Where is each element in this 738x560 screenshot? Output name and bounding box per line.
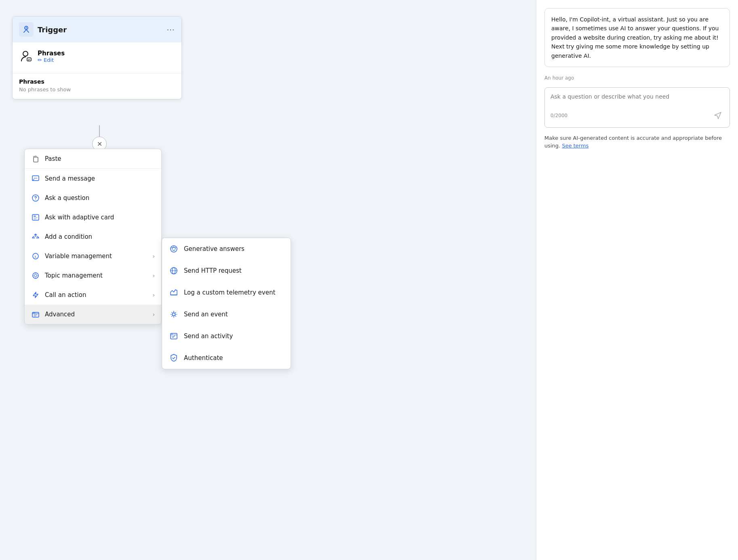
variable-management-label: Variable management	[45, 253, 112, 260]
edit-icon: ✏️	[38, 57, 42, 63]
char-count: 0/2000	[550, 113, 567, 118]
variable-icon: x	[31, 252, 40, 261]
advanced-label: Advanced	[45, 311, 75, 318]
submenu-item-telemetry[interactable]: Log a custom telemetry event	[162, 282, 291, 303]
connector: ✕	[92, 125, 107, 151]
submenu-item-send-event[interactable]: Send an event	[162, 303, 291, 325]
see-terms-link[interactable]: See terms	[562, 143, 588, 149]
svg-point-2	[23, 51, 28, 56]
svg-point-19	[34, 274, 37, 277]
message-icon	[31, 174, 40, 183]
send-activity-label: Send an activity	[184, 333, 233, 340]
log-telemetry-label: Log a custom telemetry event	[184, 289, 275, 296]
authenticate-label: Authenticate	[184, 354, 223, 362]
submenu-item-send-activity[interactable]: Send an activity	[162, 325, 291, 347]
svg-point-18	[33, 273, 38, 278]
svg-rect-14	[34, 217, 38, 218]
authenticate-icon	[169, 353, 179, 363]
menu-item-paste[interactable]: Paste	[25, 149, 161, 168]
phrases-heading: Phrases	[38, 50, 65, 57]
trigger-menu-button[interactable]: ⋯	[167, 25, 175, 34]
connector-line-top	[99, 125, 100, 137]
menu-item-ask-question[interactable]: Ask a question	[25, 188, 161, 208]
menu-item-topic-management[interactable]: Topic management ›	[25, 266, 161, 285]
advanced-chevron-icon: ›	[152, 311, 155, 318]
svg-rect-4	[34, 157, 38, 162]
svg-rect-5	[33, 156, 37, 157]
ask-adaptive-label: Ask with adaptive card	[45, 214, 114, 221]
phrases-section-label: Phrases	[19, 78, 175, 85]
edit-label: Edit	[44, 57, 54, 63]
topic-icon	[31, 271, 40, 280]
send-message-label: Send a message	[45, 175, 95, 182]
svg-point-8	[35, 178, 36, 179]
action-menu: Paste Send a message	[24, 149, 162, 324]
action-icon	[31, 291, 40, 299]
topic-management-label: Topic management	[45, 272, 103, 279]
disclaimer: Make sure AI-generated content is accura…	[544, 134, 730, 150]
phrases-empty-text: No phrases to show	[19, 86, 175, 93]
chat-message: Hello, I'm Copilot-int, a virtual assist…	[544, 8, 730, 67]
submenu-item-send-http[interactable]: Send HTTP request	[162, 260, 291, 282]
svg-point-21	[33, 313, 34, 314]
chat-message-text: Hello, I'm Copilot-int, a virtual assist…	[551, 16, 719, 59]
phrases-person-icon	[19, 49, 34, 63]
svg-rect-15	[34, 219, 36, 219]
phrases-info: Phrases ✏️ Edit	[38, 50, 65, 63]
action-chevron-icon: ›	[152, 292, 155, 298]
menu-item-variable-management[interactable]: x Variable management ›	[25, 246, 161, 266]
question-icon	[31, 194, 40, 202]
trigger-header: Trigger ⋯	[13, 17, 181, 42]
generative-answers-icon	[169, 244, 179, 254]
event-icon	[169, 309, 179, 320]
trigger-body: Phrases ✏️ Edit	[13, 42, 181, 73]
send-event-label: Send an event	[184, 311, 228, 318]
svg-point-9	[36, 178, 37, 179]
svg-rect-27	[171, 333, 177, 339]
svg-text:x: x	[34, 254, 36, 259]
condition-icon	[31, 232, 40, 241]
menu-item-call-action[interactable]: Call an action ›	[25, 285, 161, 305]
edit-link[interactable]: ✏️ Edit	[38, 57, 65, 63]
submenu-item-authenticate[interactable]: Authenticate	[162, 347, 291, 369]
ask-question-label: Ask a question	[45, 194, 89, 202]
variable-chevron-icon: ›	[152, 253, 155, 259]
submenu-item-generative-answers[interactable]: Generative answers	[162, 238, 291, 260]
trigger-title: Trigger	[38, 25, 162, 34]
paste-label: Paste	[45, 155, 61, 162]
adaptive-card-icon	[31, 213, 40, 222]
advanced-icon	[31, 310, 40, 319]
chat-input-footer: 0/2000	[550, 109, 724, 122]
svg-rect-13	[34, 216, 36, 217]
chat-panel: Hello, I'm Copilot-int, a virtual assist…	[536, 0, 738, 560]
svg-point-7	[34, 178, 35, 179]
svg-point-28	[172, 334, 173, 335]
svg-point-11	[35, 199, 36, 200]
chat-timestamp: An hour ago	[544, 75, 730, 81]
http-icon	[169, 265, 179, 276]
send-button[interactable]	[712, 109, 724, 122]
paste-icon	[31, 154, 40, 163]
menu-item-advanced[interactable]: Advanced ›	[25, 305, 161, 324]
svg-point-22	[34, 313, 35, 314]
add-condition-label: Add a condition	[45, 233, 92, 240]
chat-input[interactable]	[550, 93, 724, 106]
chat-input-area[interactable]: 0/2000	[544, 87, 730, 128]
generative-answers-label: Generative answers	[184, 245, 245, 253]
menu-item-send-message[interactable]: Send a message	[25, 169, 161, 188]
trigger-icon	[19, 22, 34, 37]
submenu-advanced: Generative answers Send HTTP request Lo	[162, 238, 291, 369]
svg-point-1	[26, 27, 27, 29]
call-action-label: Call an action	[45, 291, 86, 299]
trigger-card: Trigger ⋯ Phrases ✏️ Edit	[12, 16, 182, 99]
activity-icon	[169, 331, 179, 341]
menu-item-add-condition[interactable]: Add a condition	[25, 227, 161, 246]
topic-chevron-icon: ›	[152, 272, 155, 279]
menu-item-ask-adaptive[interactable]: Ask with adaptive card	[25, 208, 161, 227]
telemetry-icon	[169, 287, 179, 298]
send-http-label: Send HTTP request	[184, 267, 242, 274]
phrases-section: Phrases No phrases to show	[13, 73, 181, 99]
